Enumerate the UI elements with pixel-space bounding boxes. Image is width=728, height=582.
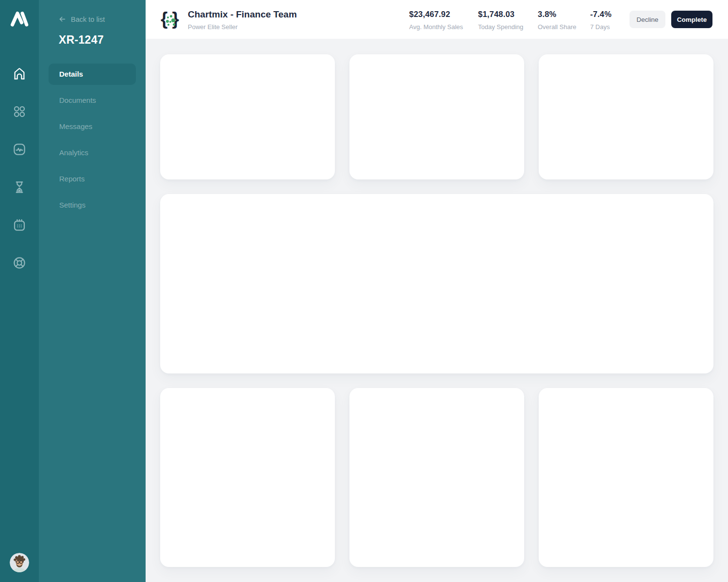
stat-value: 3.8%	[538, 10, 576, 19]
sidebar-item-label: Reports	[59, 175, 85, 183]
sidebar-item-messages[interactable]: Messages	[49, 116, 136, 137]
top-card-3	[539, 54, 713, 179]
calendar-icon[interactable]	[12, 218, 27, 232]
stat-value: $1,748.03	[478, 10, 523, 19]
sidebar-item-reports[interactable]: Reports	[49, 168, 136, 190]
stat-label: 7 Days	[590, 23, 612, 31]
sidebar-item-label: Details	[59, 70, 83, 78]
braces-icon: {}	[161, 10, 179, 29]
sidebar-item-details[interactable]: Details	[49, 64, 136, 85]
icon-rail	[0, 0, 39, 582]
activity-icon[interactable]	[12, 142, 27, 157]
sidebar: Back to list XR-1247 Details Documents M…	[39, 0, 146, 582]
sidebar-item-label: Analytics	[59, 148, 88, 157]
home-icon[interactable]	[12, 66, 27, 81]
stat-value: -7.4%	[590, 10, 612, 19]
top-card-row	[160, 54, 713, 179]
life-ring-icon[interactable]	[12, 256, 27, 270]
brand-m-logo	[8, 7, 31, 30]
bottom-card-2	[349, 388, 524, 567]
main-content	[146, 39, 728, 582]
stat-overall-share: 3.8% Overall Share	[538, 10, 576, 31]
stat-today-spending: $1,748.03 Today Spending	[478, 10, 523, 31]
wide-card	[160, 194, 713, 373]
stat-value: $23,467.92	[409, 10, 463, 19]
user-avatar[interactable]	[10, 553, 29, 572]
bottom-card-3	[539, 388, 713, 567]
stat-7-days: -7.4% 7 Days	[590, 10, 612, 31]
bottom-card-row	[160, 388, 713, 567]
stat-label: Overall Share	[538, 23, 576, 31]
grid-icon[interactable]	[12, 104, 27, 119]
top-card-1	[160, 54, 335, 179]
sidebar-item-label: Documents	[59, 96, 96, 104]
sidebar-item-label: Settings	[59, 201, 85, 209]
sidebar-item-documents[interactable]: Documents	[49, 90, 136, 111]
complete-button[interactable]: Complete	[671, 11, 712, 28]
stat-label: Today Spending	[478, 23, 523, 31]
m-logo-icon	[8, 7, 31, 30]
stat-label: Avg. Monthly Sales	[409, 23, 463, 31]
sidebar-item-label: Messages	[59, 122, 92, 130]
decline-button[interactable]: Decline	[629, 11, 665, 28]
sidebar-nav: Details Documents Messages Analytics Rep…	[49, 64, 136, 221]
back-to-list-label: Back to list	[71, 16, 105, 23]
rail-icon-nav	[0, 66, 39, 270]
hourglass-icon[interactable]	[12, 180, 27, 194]
header: {} Chartmix - Finance Team Power Elite S…	[146, 0, 728, 39]
stat-avg-monthly-sales: $23,467.92 Avg. Monthly Sales	[409, 10, 463, 31]
page-subtitle: Power Elite Seller	[188, 23, 238, 31]
sidebar-item-settings[interactable]: Settings	[49, 194, 136, 216]
record-id-title: XR-1247	[59, 33, 104, 47]
sidebar-item-analytics[interactable]: Analytics	[49, 142, 136, 163]
bottom-card-1	[160, 388, 335, 567]
arrow-left-icon	[58, 15, 66, 23]
chartmix-logo: {}	[161, 10, 179, 29]
page-title: Chartmix - Finance Team	[188, 9, 297, 20]
top-card-2	[349, 54, 524, 179]
back-to-list-link[interactable]: Back to list	[58, 15, 105, 23]
